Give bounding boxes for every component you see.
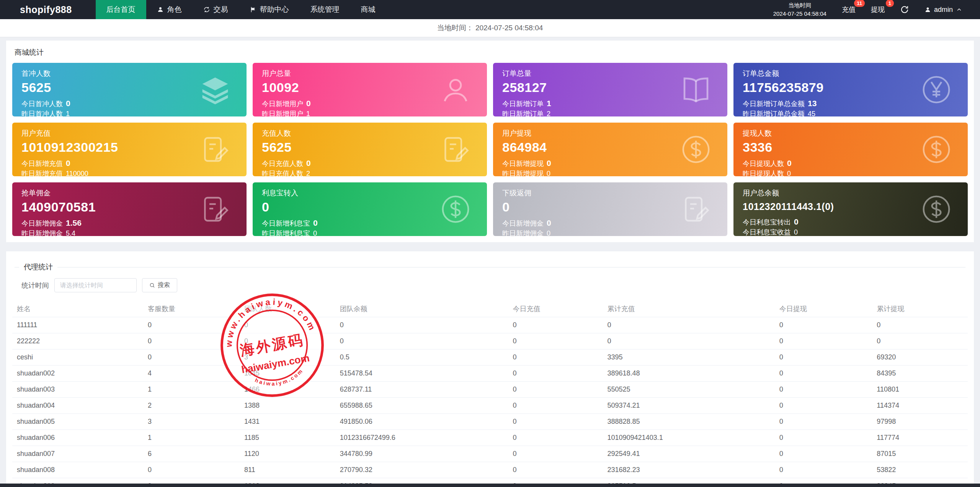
table-cell: 270790.32 [335, 462, 508, 478]
table-cell: 0 [335, 317, 508, 333]
menu-item-mall[interactable]: 商城 [350, 0, 386, 19]
table-cell: 811 [240, 462, 335, 478]
mall-stats-panel: 商城统计 首冲人数 5625 今日首冲人数0 昨日首冲人数1 用户总量 1009… [6, 41, 974, 242]
document-edit-icon [440, 134, 471, 165]
stat-card-first-recharge-users: 首冲人数 5625 今日首冲人数0 昨日首冲人数1 [12, 63, 247, 116]
menu-item-help-center[interactable]: 帮助中心 [239, 0, 300, 19]
table-cell: shuadan002 [12, 366, 143, 382]
dollar-circle-icon [440, 194, 471, 225]
user-icon [924, 7, 931, 13]
menu-label: 商城 [361, 5, 376, 15]
table-cell: 0 [240, 333, 335, 349]
table-cell: 0 [508, 398, 603, 414]
table-cell: shuadan008 [12, 462, 143, 478]
table-cell: 1431 [240, 414, 335, 430]
dollar-circle-icon [681, 134, 711, 165]
stat-card-line2: 昨日新增充值110000 [21, 169, 237, 176]
table-cell: 0 [775, 349, 872, 366]
stat-card-total-orders: 订单总量 258127 今日新增订单1 昨日新增订单2 [493, 63, 727, 116]
table-cell: 0 [775, 398, 872, 414]
stat-card-line2: 今日利息宝收益0 [743, 228, 959, 236]
menu-label: 交易 [214, 5, 228, 15]
search-button[interactable]: 搜索 [142, 278, 177, 292]
stat-card-line2: 昨日新增提现0 [502, 169, 718, 176]
table-cell: 550525 [603, 382, 774, 398]
stat-time-input[interactable] [54, 278, 137, 292]
table-cell: 222222 [12, 333, 143, 349]
agent-section-title: 代理统计 [19, 262, 57, 272]
table-cell: shuadan004 [12, 398, 143, 414]
table-cell: 1012316672499.6 [335, 430, 508, 446]
exchange-icon [203, 6, 210, 13]
table-cell: 0 [872, 317, 968, 333]
table-cell: 0.5 [335, 349, 508, 366]
stat-card-line2: 昨日新增佣金0 [502, 229, 718, 236]
table-row: shuadan0042 1388655988.65 0509374.21 011… [12, 398, 968, 414]
flag-icon [250, 6, 256, 13]
table-cell: ceshi [12, 349, 143, 366]
user-icon [157, 6, 164, 13]
table-cell: 1 [143, 382, 240, 398]
table-cell: 0 [775, 382, 872, 398]
stat-card-user-total-balance: 用户总余额 1012320111443.1(0) 今日利息宝转出0 今日利息宝收… [733, 182, 968, 236]
table-row: 2222220 00 00 00 [12, 333, 968, 349]
table-cell: 0 [143, 462, 240, 478]
table-cell: shuadan006 [12, 430, 143, 446]
table-cell: 0 [508, 333, 603, 349]
stat-card-total-order-amount: 订单总金额 11756235879 今日新增订单总金额13 昨日新增订单总金额4… [733, 63, 968, 116]
table-cell: 0 [143, 333, 240, 349]
column-header-total-recharge: 累计充值 [603, 301, 774, 317]
brand-logo: shopify888 [0, 4, 96, 15]
table-cell: 2 [143, 398, 240, 414]
table-cell: 6 [143, 446, 240, 462]
book-icon [681, 74, 711, 105]
table-cell: 655988.65 [335, 398, 508, 414]
menu-label: 角色 [167, 5, 182, 15]
search-icon [149, 282, 155, 288]
withdraw-label: 提现 [871, 6, 885, 13]
menu-item-dashboard[interactable]: 后台首页 [96, 0, 146, 19]
stat-card-total-users: 用户总量 10092 今日新增用户0 昨日新增用户1 [253, 63, 487, 116]
agent-fieldset: 代理统计 统计时间 搜索 [15, 262, 965, 301]
refresh-icon [900, 5, 909, 14]
table-cell: 0 [508, 446, 603, 462]
table-cell: 3395 [603, 349, 774, 366]
username: admin [934, 6, 953, 14]
column-header-team-balance: 团队余额 [335, 301, 508, 317]
table-cell: 1388 [240, 398, 335, 414]
stat-card-line2: 昨日新增订单2 [502, 109, 718, 116]
table-header-row: 姓名 客服数量 团队人数 团队余额 今日充值 累计充值 今日提现 累计提现 [12, 301, 968, 317]
table-cell: 292549.41 [603, 446, 774, 462]
table-cell: 53822 [872, 462, 968, 478]
table-cell: 0 [775, 333, 872, 349]
user-menu[interactable]: admin [924, 6, 962, 14]
table-cell: 388828.85 [603, 414, 774, 430]
navbar-right: 当地时间 2024-07-25 04:58:04 充值 11 提现 1 admi… [773, 1, 980, 18]
dollar-circle-icon [921, 134, 952, 165]
table-cell: 0 [508, 430, 603, 446]
refresh-button[interactable] [900, 5, 909, 14]
column-header-service-count: 客服数量 [143, 301, 240, 317]
agent-filter-row: 统计时间 搜索 [21, 278, 965, 292]
local-time-block: 当地时间 2024-07-25 04:58:04 [773, 1, 826, 18]
recharge-link[interactable]: 充值 11 [842, 5, 856, 14]
menu-item-roles[interactable]: 角色 [146, 0, 193, 19]
withdraw-link[interactable]: 提现 1 [871, 5, 885, 14]
chevron-up-icon [956, 7, 962, 13]
menu-label: 后台首页 [106, 5, 136, 15]
table-cell: 0 [603, 317, 774, 333]
table-cell: 84395 [872, 366, 968, 382]
stat-card-grab-commission: 抢单佣金 1409070581 今日新增佣金1.56 昨日新增佣金5.4 [12, 182, 247, 236]
table-cell: 0 [775, 462, 872, 478]
stat-time-label: 统计时间 [21, 281, 49, 290]
recharge-label: 充值 [842, 6, 856, 13]
table-cell: 231682.23 [603, 462, 774, 478]
table-cell: 1010909421403.1 [603, 430, 774, 446]
table-cell: shuadan003 [12, 382, 143, 398]
menu-item-system[interactable]: 系统管理 [300, 0, 350, 19]
stat-card-line2: 昨日提现人数0 [743, 169, 959, 176]
document-edit-icon [200, 194, 230, 225]
stat-card-line2: 昨日充值人数2 [262, 169, 478, 176]
menu-item-trade[interactable]: 交易 [193, 0, 239, 19]
local-time-value: 2024-07-25 04:58:04 [773, 10, 826, 18]
